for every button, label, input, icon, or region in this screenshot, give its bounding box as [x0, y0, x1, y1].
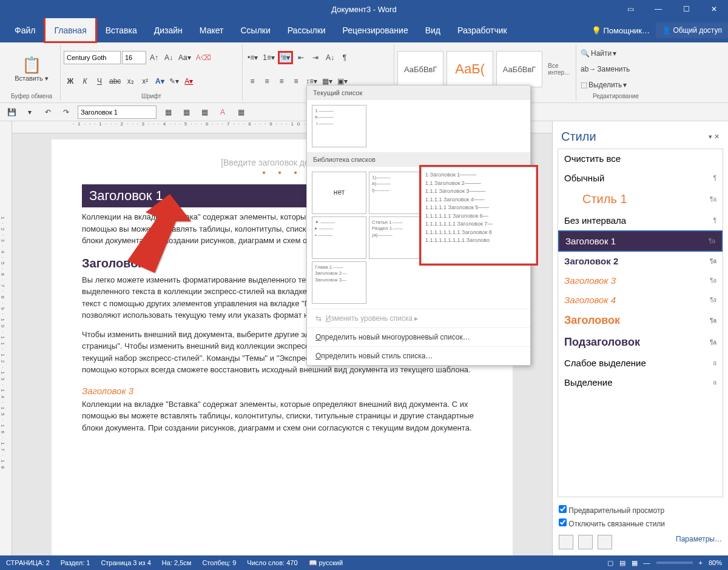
style-item[interactable]: Выделениеa: [558, 373, 723, 392]
ribbon-opts-icon[interactable]: ▭: [616, 0, 644, 18]
dd-thumb-3[interactable]: ✦ ——— ▸ ——— • ———: [312, 216, 366, 259]
paste-button[interactable]: 📋 Вставить ▾: [15, 56, 49, 82]
dd-thumb-none[interactable]: нет: [312, 172, 366, 214]
zoom-slider[interactable]: [656, 562, 693, 564]
disable-linked-checkbox[interactable]: Отключить связанные стили: [559, 517, 722, 530]
font-name-combo[interactable]: Century Goth: [64, 51, 121, 64]
qat-btn-2[interactable]: ▦: [180, 106, 193, 119]
manage-styles-button[interactable]: [598, 535, 612, 549]
inc-indent-button[interactable]: ⇥: [309, 51, 322, 64]
zoom-out-button[interactable]: —: [644, 559, 650, 566]
dd-thumb-6[interactable]: Глава 1.—— Заголовок 2— Заголовок 3—: [312, 261, 366, 304]
dd-thumb-1[interactable]: 1)——— a)——— i)———: [369, 172, 423, 214]
shrink-font-button[interactable]: A↓: [162, 51, 175, 64]
highlight-button[interactable]: ✎▾: [167, 75, 181, 88]
numbering-button[interactable]: 1≡▾: [261, 51, 277, 64]
status-words[interactable]: Число слов: 470: [247, 559, 297, 566]
style-thumb-heading[interactable]: АаБ(: [447, 51, 493, 87]
qat-btn-5[interactable]: ▦: [234, 106, 248, 119]
tab-insert[interactable]: Вставка: [97, 19, 146, 41]
sort-button[interactable]: A↓: [323, 51, 337, 64]
view-web-icon[interactable]: ▦: [632, 559, 638, 567]
status-lang[interactable]: 📖 русский: [309, 559, 343, 567]
superscript-button[interactable]: x²: [138, 75, 152, 88]
style-item[interactable]: Стиль 1¶a: [558, 188, 723, 211]
tab-view[interactable]: Вид: [417, 19, 449, 41]
bullets-button[interactable]: •≡▾: [246, 51, 260, 64]
qat-customize-icon[interactable]: ▾: [23, 106, 36, 119]
maximize-icon[interactable]: ☐: [672, 0, 700, 18]
grow-font-button[interactable]: A↑: [147, 51, 161, 64]
styles-options-link[interactable]: Параметры…: [676, 535, 722, 549]
qat-btn-4[interactable]: A: [216, 106, 229, 119]
tab-mailings[interactable]: Рассылки: [279, 19, 334, 41]
tell-me[interactable]: 💡 Помощник…: [585, 26, 656, 35]
zoom-in-button[interactable]: +: [699, 559, 703, 566]
dd-current-thumb[interactable]: 1.——— a.——— i.———: [312, 105, 366, 147]
qat-redo-icon[interactable]: ↷: [59, 106, 73, 119]
text-effects-button[interactable]: A▾: [153, 75, 166, 88]
font-color-button[interactable]: A▾: [182, 75, 195, 88]
style-thumb-3[interactable]: АаБбВвГ: [496, 51, 542, 87]
underline-button[interactable]: Ч: [93, 75, 106, 88]
status-section[interactable]: Раздел: 1: [61, 559, 90, 566]
show-marks-button[interactable]: ¶: [338, 51, 351, 64]
change-case-button[interactable]: Aa▾: [177, 51, 193, 64]
qat-btn-3[interactable]: ▦: [198, 106, 211, 119]
multilevel-list-button[interactable]: ⁱ≡▾: [278, 51, 293, 64]
new-style-button[interactable]: [559, 535, 573, 549]
find-button[interactable]: 🔍 Найти ▾: [579, 47, 652, 59]
close-icon[interactable]: ✕: [700, 0, 728, 18]
replace-button[interactable]: ab→ Заменить: [579, 63, 652, 75]
style-item[interactable]: Обычный¶: [558, 169, 723, 188]
align-right-button[interactable]: ≡: [275, 75, 288, 88]
qat-btn-1[interactable]: ▦: [161, 106, 175, 119]
strike-button[interactable]: abc: [107, 75, 123, 88]
zoom-level[interactable]: 80%: [709, 559, 722, 566]
align-center-button[interactable]: ≡: [260, 75, 274, 88]
dd-define-list[interactable]: Определить новый многоуровневый список…: [307, 327, 530, 346]
tab-developer[interactable]: Разработчик: [449, 19, 516, 41]
share-button[interactable]: 👤 Общий доступ: [656, 22, 728, 38]
tab-file[interactable]: Файл: [6, 19, 44, 41]
doc-paragraph-4[interactable]: Коллекции на вкладке "Вставка" содержат …: [82, 398, 482, 434]
tab-review[interactable]: Рецензирование: [334, 19, 417, 41]
status-page[interactable]: СТРАНИЦА: 2: [6, 559, 50, 566]
dd-thumb-4[interactable]: Статья 1.—— Раздел 1.—— (a)———: [369, 216, 423, 259]
dd-thumb-highlighted[interactable]: 1 Заголовок 1———1.1 Заголовок 2———1.1.1 …: [421, 167, 536, 264]
justify-button[interactable]: ≡: [289, 75, 303, 88]
style-inspector-button[interactable]: [578, 535, 593, 549]
tab-home[interactable]: Главная: [44, 16, 96, 43]
style-item[interactable]: Подзаголовок¶a: [558, 332, 723, 354]
styles-all-button[interactable]: Все: [548, 62, 570, 69]
qat-save-icon[interactable]: 💾: [5, 106, 18, 119]
preview-checkbox[interactable]: Предварительный просмотр: [559, 503, 722, 517]
status-page-of[interactable]: Страница 3 из 4: [101, 559, 150, 566]
tab-design[interactable]: Дизайн: [146, 19, 191, 41]
subscript-button[interactable]: x₂: [124, 75, 137, 88]
view-print-icon[interactable]: ▤: [619, 559, 625, 567]
status-at[interactable]: На: 2,5см: [162, 559, 192, 566]
qat-undo-icon[interactable]: ↶: [41, 106, 55, 119]
style-item[interactable]: Заголовок 1¶a: [558, 230, 723, 252]
dd-define-style[interactable]: Определить новый стиль списка…: [307, 346, 530, 365]
style-item[interactable]: Заголовок 2¶a: [558, 252, 723, 271]
style-selector-combo[interactable]: Заголовок 1: [78, 106, 157, 119]
select-button[interactable]: ⬚ Выделить ▾: [579, 79, 652, 91]
minimize-icon[interactable]: —: [644, 0, 672, 18]
style-item[interactable]: Заголовок¶a: [558, 310, 723, 332]
doc-heading-3[interactable]: Заголовок 3: [82, 386, 482, 396]
vertical-ruler[interactable]: 1·2·3·4·5·6·7·8·9·10·11·12·13·14·15·16·1…: [0, 121, 12, 555]
style-item[interactable]: Слабое выделениеa: [558, 354, 723, 373]
view-read-icon[interactable]: ▢: [607, 559, 613, 567]
style-item[interactable]: Заголовок 4¶a: [558, 290, 723, 310]
style-item[interactable]: Заголовок 3¶a: [558, 271, 723, 290]
bold-button[interactable]: Ж: [64, 75, 77, 88]
clear-format-button[interactable]: A⌫: [194, 51, 213, 64]
tab-layout[interactable]: Макет: [191, 19, 232, 41]
style-item[interactable]: Без интервала¶: [558, 211, 723, 230]
style-clear-all[interactable]: Очистить все: [558, 149, 723, 169]
status-col[interactable]: Столбец: 9: [202, 559, 236, 566]
align-left-button[interactable]: ≡: [246, 75, 259, 88]
italic-button[interactable]: К: [78, 75, 92, 88]
